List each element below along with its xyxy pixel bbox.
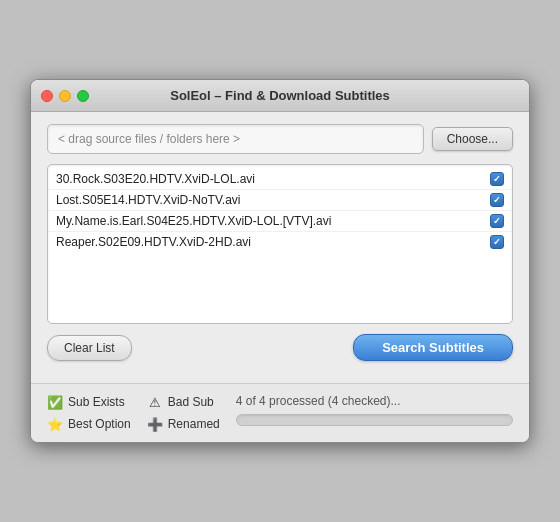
status-text: 4 of 4 processed (4 checked)...	[236, 394, 513, 408]
window-content: < drag source files / folders here > Cho…	[31, 112, 529, 383]
drop-area[interactable]: < drag source files / folders here >	[47, 124, 424, 154]
table-row[interactable]: Reaper.S02E09.HDTV.XviD-2HD.avi	[48, 232, 512, 252]
status-column: 4 of 4 processed (4 checked)...	[236, 394, 513, 432]
window-title: SolEol – Find & Download Subtitles	[170, 88, 390, 103]
best-option-label: Best Option	[68, 417, 131, 431]
file-name: Lost.S05E14.HDTV.XviD-NoTV.avi	[56, 193, 490, 207]
main-window: SolEol – Find & Download Subtitles < dra…	[30, 79, 530, 443]
drop-area-text: < drag source files / folders here >	[58, 132, 240, 146]
renamed-icon: ➕	[147, 416, 163, 432]
legend-bad-sub: ⚠ Bad Sub	[147, 394, 220, 410]
table-row[interactable]: My.Name.is.Earl.S04E25.HDTV.XviD-LOL.[VT…	[48, 211, 512, 232]
sub-exists-label: Sub Exists	[68, 395, 125, 409]
clear-list-button[interactable]: Clear List	[47, 335, 132, 361]
legend-column: ✅ Sub Exists ⭐ Best Option	[47, 394, 131, 432]
legend-sub-exists: ✅ Sub Exists	[47, 394, 131, 410]
checkbox-0[interactable]	[490, 172, 504, 186]
file-name: 30.Rock.S03E20.HDTV.XviD-LOL.avi	[56, 172, 490, 186]
renamed-label: Renamed	[168, 417, 220, 431]
buttons-row: Clear List Search Subtitles	[47, 334, 513, 361]
bad-sub-icon: ⚠	[147, 394, 163, 410]
search-subtitles-button[interactable]: Search Subtitles	[353, 334, 513, 361]
table-row[interactable]: 30.Rock.S03E20.HDTV.XviD-LOL.avi	[48, 169, 512, 190]
choose-button[interactable]: Choose...	[432, 127, 513, 151]
legend-best-option: ⭐ Best Option	[47, 416, 131, 432]
table-row[interactable]: Lost.S05E14.HDTV.XviD-NoTV.avi	[48, 190, 512, 211]
checkbox-2[interactable]	[490, 214, 504, 228]
progress-bar	[236, 414, 513, 426]
minimize-button[interactable]	[59, 90, 71, 102]
best-option-icon: ⭐	[47, 416, 63, 432]
file-name: Reaper.S02E09.HDTV.XviD-2HD.avi	[56, 235, 490, 249]
bad-sub-label: Bad Sub	[168, 395, 214, 409]
traffic-lights	[41, 90, 89, 102]
checkbox-1[interactable]	[490, 193, 504, 207]
legend-renamed: ➕ Renamed	[147, 416, 220, 432]
file-list: 30.Rock.S03E20.HDTV.XviD-LOL.avi Lost.S0…	[47, 164, 513, 324]
status-section: ✅ Sub Exists ⭐ Best Option ⚠ Bad Sub ➕ R…	[31, 383, 529, 442]
drop-area-row: < drag source files / folders here > Cho…	[47, 124, 513, 154]
file-name: My.Name.is.Earl.S04E25.HDTV.XviD-LOL.[VT…	[56, 214, 490, 228]
legend-column-2: ⚠ Bad Sub ➕ Renamed	[147, 394, 220, 432]
maximize-button[interactable]	[77, 90, 89, 102]
titlebar: SolEol – Find & Download Subtitles	[31, 80, 529, 112]
sub-exists-icon: ✅	[47, 394, 63, 410]
close-button[interactable]	[41, 90, 53, 102]
checkbox-3[interactable]	[490, 235, 504, 249]
